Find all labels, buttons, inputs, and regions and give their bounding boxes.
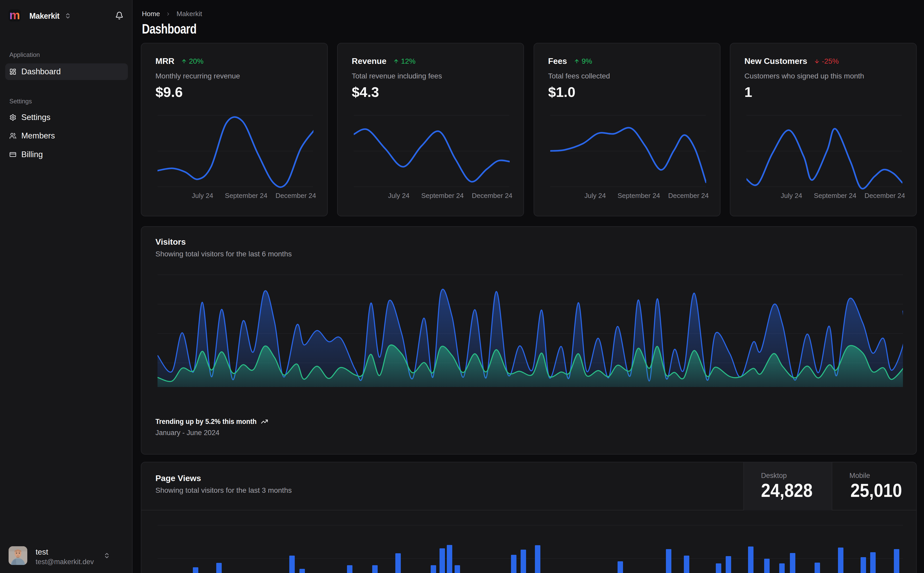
svg-text:m: m (9, 9, 20, 22)
